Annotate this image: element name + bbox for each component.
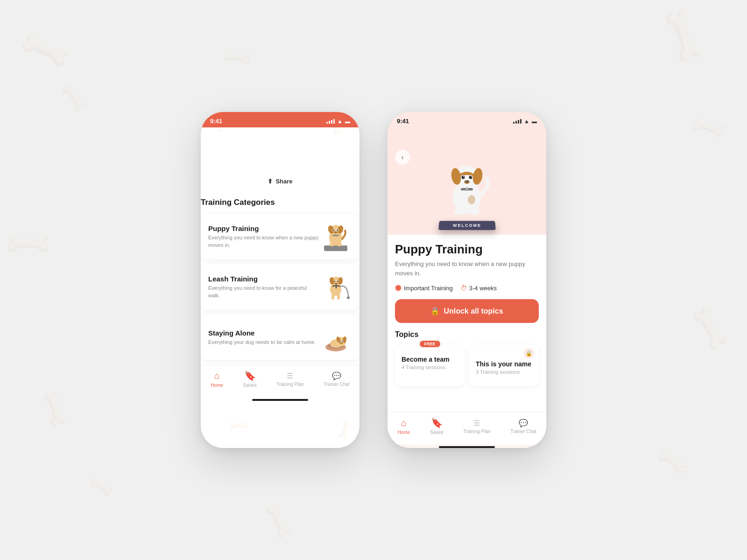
time-phone1: 9:41 <box>210 118 222 125</box>
nav-saved-phone2[interactable]: 🔖 Saved <box>430 417 443 435</box>
chat-nav-icon: 💬 <box>332 371 341 380</box>
svg-point-50 <box>469 176 472 179</box>
dot-2 <box>279 195 282 198</box>
home-nav-icon: ⌂ <box>214 371 220 381</box>
saved-nav-icon-2: 🔖 <box>431 417 443 428</box>
category-desc-puppy: Everything you need to know when a new p… <box>208 234 319 249</box>
category-card-leash[interactable]: Leash Training Everything you need to kn… <box>201 264 359 310</box>
svg-point-41 <box>340 342 343 344</box>
svg-point-9 <box>334 231 338 234</box>
puppy-svg <box>319 220 352 253</box>
svg-point-13 <box>330 243 334 246</box>
hero-section2: ‹ <box>388 127 546 235</box>
training-nav-label: Training Plan <box>276 382 304 387</box>
status-bar-phone2: 9:41 ▲ ▬ <box>388 112 546 127</box>
svg-point-24 <box>336 283 336 283</box>
alone-svg: HOME <box>319 321 352 354</box>
svg-point-54 <box>465 181 469 183</box>
topic-sessions-2: 3 Training sessions <box>476 369 532 375</box>
bottom-nav-phone2: ⌂ Home 🔖 Saved ☰ Training Plan 💬 Trainer… <box>388 412 546 444</box>
svg-point-52 <box>471 176 472 177</box>
category-card-alone[interactable]: Staying Alone Everything your dog needs … <box>201 315 359 360</box>
phones-container: 9:41 ▲ ▬ 🦴 🦴 🦴 🦴 DAI <box>201 112 546 448</box>
hero-title: Reward desired behavior of your dog with… <box>201 141 359 167</box>
category-card-puppy[interactable]: Puppy Training Everything you need to kn… <box>201 214 359 259</box>
svg-point-23 <box>335 283 338 285</box>
badge-duration: ⏱ 3-4 weeks <box>460 284 497 292</box>
home-nav-label-2: Home <box>397 430 410 435</box>
dog-image-alone: HOME <box>319 321 352 354</box>
dot-3 <box>284 195 287 198</box>
topic-card-2[interactable]: 🔒 This is your name 3 Training sessions <box>469 344 539 386</box>
svg-point-59 <box>470 208 479 215</box>
category-info-puppy: Puppy Training Everything you need to kn… <box>208 224 319 249</box>
topic-badge-free: FREE <box>419 341 440 347</box>
home-nav-label: Home <box>211 383 223 388</box>
time-phone2: 9:41 <box>397 118 409 125</box>
nav-chat-phone1[interactable]: 💬 Trainer Chat <box>324 371 349 387</box>
nav-home-phone1[interactable]: ⌂ Home <box>211 371 223 388</box>
battery-icon-2: ▬ <box>532 119 537 124</box>
phone1: 9:41 ▲ ▬ 🦴 🦴 🦴 🦴 DAI <box>201 112 359 448</box>
training-desc: Everything you need to know when a new p… <box>395 259 539 278</box>
signal-bars-2 <box>513 119 521 124</box>
leash-svg <box>319 271 352 303</box>
svg-point-39 <box>339 341 340 342</box>
svg-point-8 <box>337 230 338 231</box>
daily-tips-badge: DAILY TIPS <box>260 128 301 137</box>
topics-title: Topics <box>395 330 539 339</box>
back-button[interactable]: ‹ <box>395 150 410 165</box>
svg-point-7 <box>333 230 335 231</box>
chat-nav-label: Trainer Chat <box>324 382 349 387</box>
status-bar-phone1: 9:41 ▲ ▬ <box>201 112 359 127</box>
home-indicator-phone1 <box>252 399 308 401</box>
topic-card-1[interactable]: FREE Become a team 4 Training sessions <box>395 344 465 386</box>
dog-image-puppy <box>319 220 352 253</box>
dot-1 <box>274 195 276 198</box>
training-nav-icon: ☰ <box>287 371 293 380</box>
badge-important-label: Important Training <box>404 285 453 292</box>
category-desc-leash: Everything you need to know for a peacef… <box>208 285 319 299</box>
welcome-dog-svg <box>437 148 497 228</box>
chat-nav-icon-2: 💬 <box>519 419 528 427</box>
svg-point-60 <box>468 195 475 204</box>
wifi-icon-2: ▲ <box>524 118 529 125</box>
saved-nav-icon: 🔖 <box>244 370 256 381</box>
svg-point-10 <box>335 232 335 232</box>
phone1-content: Training Categories Puppy Training Every… <box>201 198 359 365</box>
phone2-content: Puppy Training Everything you need to kn… <box>388 235 546 412</box>
lock-icon: 🔒 <box>430 307 440 315</box>
nav-training-phone2[interactable]: ☰ Training Plan <box>463 419 491 434</box>
svg-point-55 <box>466 181 467 182</box>
svg-point-29 <box>347 296 350 299</box>
nav-chat-phone2[interactable]: 💬 Trainer Chat <box>510 419 536 434</box>
share-button[interactable]: ⬆ Share <box>258 174 302 189</box>
wifi-icon: ▲ <box>337 118 343 125</box>
svg-point-25 <box>336 283 337 283</box>
training-nav-icon-2: ☰ <box>473 419 480 427</box>
category-info-leash: Leash Training Everything you need to kn… <box>208 275 319 299</box>
category-desc-alone: Everything your dog needs to be calm at … <box>208 339 319 346</box>
svg-point-11 <box>336 232 336 232</box>
category-name-alone: Staying Alone <box>208 329 319 337</box>
badge-important: Important Training <box>395 285 453 292</box>
topics-grid: FREE Become a team 4 Training sessions 🔒… <box>395 344 539 386</box>
unlock-button[interactable]: 🔒 Unlock all topics <box>395 299 539 323</box>
topic-name-2: This is your name <box>476 360 532 368</box>
nav-saved-phone1[interactable]: 🔖 Saved <box>243 370 256 388</box>
svg-point-14 <box>337 243 342 246</box>
phone2: 9:41 ▲ ▬ ‹ <box>388 112 546 448</box>
share-icon: ⬆ <box>268 178 273 185</box>
training-title: Puppy Training <box>395 242 539 257</box>
home-indicator-phone2 <box>439 446 495 448</box>
battery-icon: ▬ <box>345 119 350 124</box>
svg-rect-12 <box>332 235 339 236</box>
nav-home-phone2[interactable]: ⌂ Home <box>397 418 410 435</box>
badges-row: Important Training ⏱ 3-4 weeks <box>395 284 539 292</box>
svg-rect-57 <box>465 188 468 191</box>
hero-section: 🦴 🦴 🦴 🦴 DAILY TIPS Reward desired behavi… <box>201 127 359 198</box>
saved-nav-label: Saved <box>243 383 256 388</box>
nav-training-phone1[interactable]: ☰ Training Plan <box>276 371 304 387</box>
categories-title: Training Categories <box>201 198 359 207</box>
training-nav-label-2: Training Plan <box>463 429 491 434</box>
